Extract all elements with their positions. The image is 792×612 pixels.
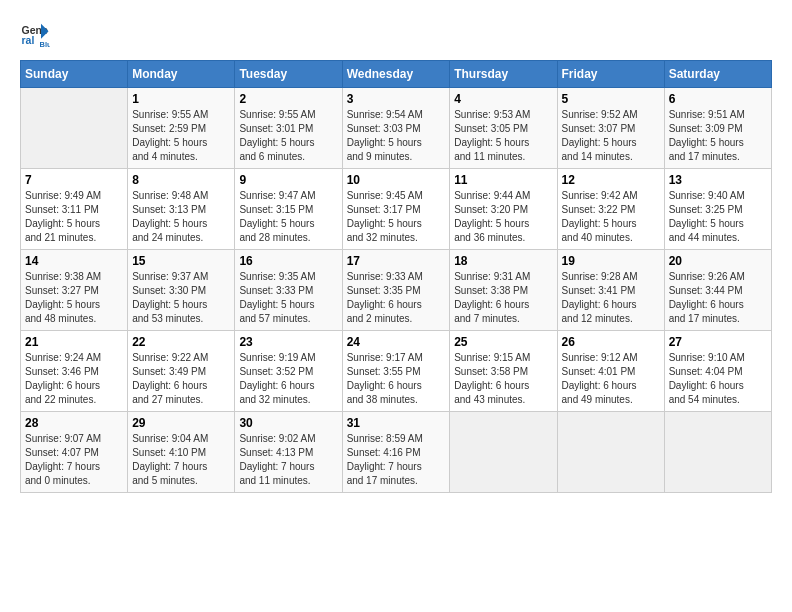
calendar-cell: 3Sunrise: 9:54 AM Sunset: 3:03 PM Daylig… xyxy=(342,88,450,169)
day-info: Sunrise: 9:07 AM Sunset: 4:07 PM Dayligh… xyxy=(25,432,123,488)
calendar-cell: 27Sunrise: 9:10 AM Sunset: 4:04 PM Dayli… xyxy=(664,331,771,412)
header-cell-sunday: Sunday xyxy=(21,61,128,88)
calendar-week-row: 14Sunrise: 9:38 AM Sunset: 3:27 PM Dayli… xyxy=(21,250,772,331)
calendar-cell: 25Sunrise: 9:15 AM Sunset: 3:58 PM Dayli… xyxy=(450,331,557,412)
calendar-cell: 4Sunrise: 9:53 AM Sunset: 3:05 PM Daylig… xyxy=(450,88,557,169)
header-cell-tuesday: Tuesday xyxy=(235,61,342,88)
day-number: 24 xyxy=(347,335,446,349)
day-number: 27 xyxy=(669,335,767,349)
calendar-cell: 17Sunrise: 9:33 AM Sunset: 3:35 PM Dayli… xyxy=(342,250,450,331)
day-info: Sunrise: 8:59 AM Sunset: 4:16 PM Dayligh… xyxy=(347,432,446,488)
calendar-cell: 20Sunrise: 9:26 AM Sunset: 3:44 PM Dayli… xyxy=(664,250,771,331)
calendar-cell: 15Sunrise: 9:37 AM Sunset: 3:30 PM Dayli… xyxy=(128,250,235,331)
header-cell-monday: Monday xyxy=(128,61,235,88)
day-number: 10 xyxy=(347,173,446,187)
header-cell-friday: Friday xyxy=(557,61,664,88)
calendar-week-row: 1Sunrise: 9:55 AM Sunset: 2:59 PM Daylig… xyxy=(21,88,772,169)
calendar-cell: 1Sunrise: 9:55 AM Sunset: 2:59 PM Daylig… xyxy=(128,88,235,169)
calendar-cell: 14Sunrise: 9:38 AM Sunset: 3:27 PM Dayli… xyxy=(21,250,128,331)
day-number: 12 xyxy=(562,173,660,187)
calendar-cell: 8Sunrise: 9:48 AM Sunset: 3:13 PM Daylig… xyxy=(128,169,235,250)
day-info: Sunrise: 9:22 AM Sunset: 3:49 PM Dayligh… xyxy=(132,351,230,407)
calendar-cell xyxy=(664,412,771,493)
calendar-cell: 12Sunrise: 9:42 AM Sunset: 3:22 PM Dayli… xyxy=(557,169,664,250)
day-info: Sunrise: 9:10 AM Sunset: 4:04 PM Dayligh… xyxy=(669,351,767,407)
day-info: Sunrise: 9:47 AM Sunset: 3:15 PM Dayligh… xyxy=(239,189,337,245)
day-number: 23 xyxy=(239,335,337,349)
day-info: Sunrise: 9:02 AM Sunset: 4:13 PM Dayligh… xyxy=(239,432,337,488)
calendar-cell: 2Sunrise: 9:55 AM Sunset: 3:01 PM Daylig… xyxy=(235,88,342,169)
calendar-cell: 11Sunrise: 9:44 AM Sunset: 3:20 PM Dayli… xyxy=(450,169,557,250)
day-number: 4 xyxy=(454,92,552,106)
logo-icon: Gene ral Blue xyxy=(20,20,50,50)
day-info: Sunrise: 9:53 AM Sunset: 3:05 PM Dayligh… xyxy=(454,108,552,164)
day-number: 16 xyxy=(239,254,337,268)
calendar-cell: 6Sunrise: 9:51 AM Sunset: 3:09 PM Daylig… xyxy=(664,88,771,169)
day-number: 21 xyxy=(25,335,123,349)
day-info: Sunrise: 9:12 AM Sunset: 4:01 PM Dayligh… xyxy=(562,351,660,407)
day-number: 18 xyxy=(454,254,552,268)
header-cell-thursday: Thursday xyxy=(450,61,557,88)
calendar-cell: 7Sunrise: 9:49 AM Sunset: 3:11 PM Daylig… xyxy=(21,169,128,250)
day-info: Sunrise: 9:44 AM Sunset: 3:20 PM Dayligh… xyxy=(454,189,552,245)
day-info: Sunrise: 9:17 AM Sunset: 3:55 PM Dayligh… xyxy=(347,351,446,407)
day-number: 14 xyxy=(25,254,123,268)
calendar-cell xyxy=(450,412,557,493)
day-info: Sunrise: 9:40 AM Sunset: 3:25 PM Dayligh… xyxy=(669,189,767,245)
day-info: Sunrise: 9:04 AM Sunset: 4:10 PM Dayligh… xyxy=(132,432,230,488)
calendar-cell: 9Sunrise: 9:47 AM Sunset: 3:15 PM Daylig… xyxy=(235,169,342,250)
calendar-cell: 16Sunrise: 9:35 AM Sunset: 3:33 PM Dayli… xyxy=(235,250,342,331)
svg-text:ral: ral xyxy=(22,34,35,46)
calendar-week-row: 21Sunrise: 9:24 AM Sunset: 3:46 PM Dayli… xyxy=(21,331,772,412)
day-info: Sunrise: 9:26 AM Sunset: 3:44 PM Dayligh… xyxy=(669,270,767,326)
day-info: Sunrise: 9:19 AM Sunset: 3:52 PM Dayligh… xyxy=(239,351,337,407)
day-info: Sunrise: 9:33 AM Sunset: 3:35 PM Dayligh… xyxy=(347,270,446,326)
day-number: 8 xyxy=(132,173,230,187)
day-info: Sunrise: 9:55 AM Sunset: 2:59 PM Dayligh… xyxy=(132,108,230,164)
day-number: 28 xyxy=(25,416,123,430)
calendar-week-row: 28Sunrise: 9:07 AM Sunset: 4:07 PM Dayli… xyxy=(21,412,772,493)
day-info: Sunrise: 9:35 AM Sunset: 3:33 PM Dayligh… xyxy=(239,270,337,326)
day-info: Sunrise: 9:28 AM Sunset: 3:41 PM Dayligh… xyxy=(562,270,660,326)
day-info: Sunrise: 9:49 AM Sunset: 3:11 PM Dayligh… xyxy=(25,189,123,245)
calendar-cell: 31Sunrise: 8:59 AM Sunset: 4:16 PM Dayli… xyxy=(342,412,450,493)
day-number: 13 xyxy=(669,173,767,187)
day-info: Sunrise: 9:24 AM Sunset: 3:46 PM Dayligh… xyxy=(25,351,123,407)
calendar-table: SundayMondayTuesdayWednesdayThursdayFrid… xyxy=(20,60,772,493)
day-info: Sunrise: 9:54 AM Sunset: 3:03 PM Dayligh… xyxy=(347,108,446,164)
calendar-cell: 23Sunrise: 9:19 AM Sunset: 3:52 PM Dayli… xyxy=(235,331,342,412)
day-number: 29 xyxy=(132,416,230,430)
calendar-cell: 21Sunrise: 9:24 AM Sunset: 3:46 PM Dayli… xyxy=(21,331,128,412)
calendar-cell: 22Sunrise: 9:22 AM Sunset: 3:49 PM Dayli… xyxy=(128,331,235,412)
calendar-cell: 28Sunrise: 9:07 AM Sunset: 4:07 PM Dayli… xyxy=(21,412,128,493)
day-info: Sunrise: 9:45 AM Sunset: 3:17 PM Dayligh… xyxy=(347,189,446,245)
calendar-cell: 19Sunrise: 9:28 AM Sunset: 3:41 PM Dayli… xyxy=(557,250,664,331)
day-number: 11 xyxy=(454,173,552,187)
day-number: 2 xyxy=(239,92,337,106)
day-number: 22 xyxy=(132,335,230,349)
logo: Gene ral Blue xyxy=(20,20,54,50)
calendar-cell: 26Sunrise: 9:12 AM Sunset: 4:01 PM Dayli… xyxy=(557,331,664,412)
day-number: 15 xyxy=(132,254,230,268)
day-info: Sunrise: 9:55 AM Sunset: 3:01 PM Dayligh… xyxy=(239,108,337,164)
day-info: Sunrise: 9:42 AM Sunset: 3:22 PM Dayligh… xyxy=(562,189,660,245)
day-number: 19 xyxy=(562,254,660,268)
day-info: Sunrise: 9:48 AM Sunset: 3:13 PM Dayligh… xyxy=(132,189,230,245)
day-number: 3 xyxy=(347,92,446,106)
calendar-cell: 24Sunrise: 9:17 AM Sunset: 3:55 PM Dayli… xyxy=(342,331,450,412)
header-cell-saturday: Saturday xyxy=(664,61,771,88)
day-info: Sunrise: 9:31 AM Sunset: 3:38 PM Dayligh… xyxy=(454,270,552,326)
day-info: Sunrise: 9:38 AM Sunset: 3:27 PM Dayligh… xyxy=(25,270,123,326)
calendar-cell: 13Sunrise: 9:40 AM Sunset: 3:25 PM Dayli… xyxy=(664,169,771,250)
calendar-cell: 10Sunrise: 9:45 AM Sunset: 3:17 PM Dayli… xyxy=(342,169,450,250)
day-number: 9 xyxy=(239,173,337,187)
day-number: 30 xyxy=(239,416,337,430)
day-info: Sunrise: 9:37 AM Sunset: 3:30 PM Dayligh… xyxy=(132,270,230,326)
calendar-cell xyxy=(21,88,128,169)
day-number: 7 xyxy=(25,173,123,187)
day-number: 1 xyxy=(132,92,230,106)
header-cell-wednesday: Wednesday xyxy=(342,61,450,88)
calendar-cell: 18Sunrise: 9:31 AM Sunset: 3:38 PM Dayli… xyxy=(450,250,557,331)
day-number: 25 xyxy=(454,335,552,349)
day-number: 31 xyxy=(347,416,446,430)
